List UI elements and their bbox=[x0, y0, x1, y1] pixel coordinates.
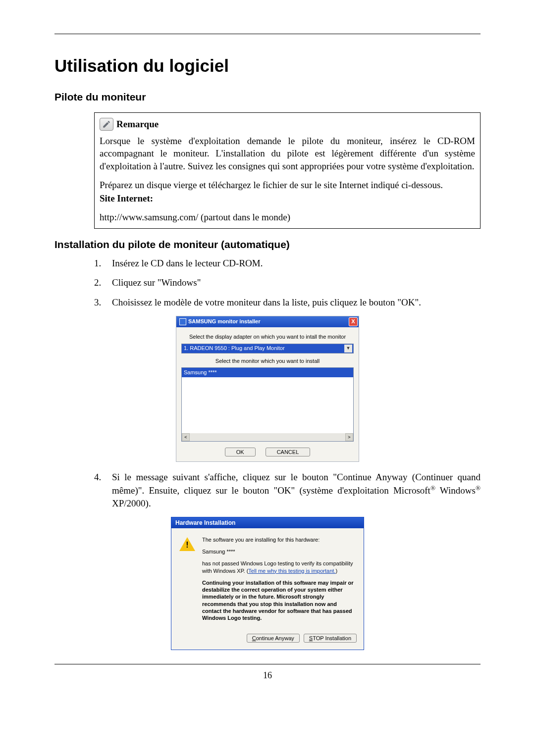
dialog-message: The software you are installing for this… bbox=[202, 536, 356, 627]
horizontal-scrollbar[interactable]: < > bbox=[182, 433, 353, 441]
warn-line-3: has not passed Windows Logo testing to v… bbox=[202, 560, 356, 574]
testing-important-link[interactable]: Tell me why this testing is important. bbox=[248, 568, 335, 574]
scroll-left-icon[interactable]: < bbox=[182, 433, 190, 441]
note-icon bbox=[100, 118, 113, 131]
footer-rule bbox=[54, 664, 481, 664]
header-rule bbox=[54, 34, 481, 34]
note-url: http://www.samsung.com/ (partout dans le… bbox=[100, 211, 475, 224]
note-paragraph-2: Préparez un disque vierge et téléchargez… bbox=[100, 179, 475, 192]
section-heading-driver: Pilote du moniteur bbox=[54, 90, 481, 104]
cancel-button[interactable]: CANCEL bbox=[266, 448, 311, 456]
step-text: Cliquez sur "Windows" bbox=[112, 276, 481, 289]
dialog-title: SAMSUNG monitor installer bbox=[188, 318, 260, 325]
step-number: 3. bbox=[94, 296, 112, 309]
adapter-combobox[interactable]: 1. RADEON 9550 : Plug and Play Monitor ▼ bbox=[181, 344, 354, 353]
note-title: Remarque bbox=[116, 118, 159, 131]
hardware-installation-dialog: Hardware Installation The software you a… bbox=[171, 517, 364, 650]
ok-button[interactable]: OK bbox=[225, 448, 256, 456]
chevron-down-icon[interactable]: ▼ bbox=[344, 345, 352, 353]
close-icon[interactable]: X bbox=[349, 317, 358, 326]
step-number: 4. bbox=[94, 471, 112, 509]
note-header: Remarque bbox=[100, 118, 475, 131]
continue-anyway-button[interactable]: Continue Anyway bbox=[247, 634, 300, 643]
figure-installer: SAMSUNG monitor installer X Select the d… bbox=[54, 316, 481, 462]
step-list: 1. Insérez le CD dans le lecteur CD-ROM.… bbox=[94, 257, 481, 309]
dialog-titlebar: Hardware Installation bbox=[171, 517, 364, 528]
page-number: 16 bbox=[54, 669, 481, 681]
warning-icon bbox=[179, 536, 195, 551]
list-item[interactable]: Samsung **** bbox=[182, 368, 353, 377]
step-3: 3. Choisissez le modèle de votre moniteu… bbox=[94, 296, 481, 309]
note-box: Remarque Lorsque le système d'exploitati… bbox=[94, 112, 481, 229]
note-paragraph-1: Lorsque le système d'exploitation demand… bbox=[100, 135, 475, 173]
samsung-installer-dialog: SAMSUNG monitor installer X Select the d… bbox=[176, 316, 359, 462]
warn-line-4: Continuing your installation of this sof… bbox=[202, 579, 356, 622]
stop-installation-button[interactable]: STOP Installation bbox=[304, 634, 357, 643]
app-icon bbox=[179, 318, 186, 325]
step-list-cont: 4. Si le message suivant s'affiche, cliq… bbox=[94, 471, 481, 509]
adapter-label: Select the display adapter on which you … bbox=[181, 333, 354, 341]
scroll-right-icon[interactable]: > bbox=[345, 433, 353, 441]
step-text: Si le message suivant s'affiche, cliquez… bbox=[112, 471, 481, 509]
page-title: Utilisation du logiciel bbox=[54, 54, 481, 77]
warn-line-2: Samsung **** bbox=[202, 548, 356, 555]
step-4: 4. Si le message suivant s'affiche, cliq… bbox=[94, 471, 481, 509]
note-site-label: Site Internet: bbox=[100, 193, 153, 203]
warn-line-1: The software you are installing for this… bbox=[202, 536, 356, 543]
section-heading-install: Installation du pilote de moniteur (auto… bbox=[54, 238, 481, 252]
monitor-listbox[interactable]: Samsung **** < > bbox=[181, 367, 354, 442]
step-text: Choisissez le modèle de votre moniteur d… bbox=[112, 296, 481, 309]
step-number: 2. bbox=[94, 276, 112, 289]
combobox-value: 1. RADEON 9550 : Plug and Play Monitor bbox=[184, 345, 285, 352]
step-number: 1. bbox=[94, 257, 112, 270]
step-text: Insérez le CD dans le lecteur CD-ROM. bbox=[112, 257, 481, 270]
monitor-label: Select the monitor which you want to ins… bbox=[181, 357, 354, 365]
step-2: 2. Cliquez sur "Windows" bbox=[94, 276, 481, 289]
dialog-titlebar: SAMSUNG monitor installer X bbox=[176, 316, 359, 327]
figure-hardware-warning: Hardware Installation The software you a… bbox=[54, 517, 481, 650]
step-1: 1. Insérez le CD dans le lecteur CD-ROM. bbox=[94, 257, 481, 270]
